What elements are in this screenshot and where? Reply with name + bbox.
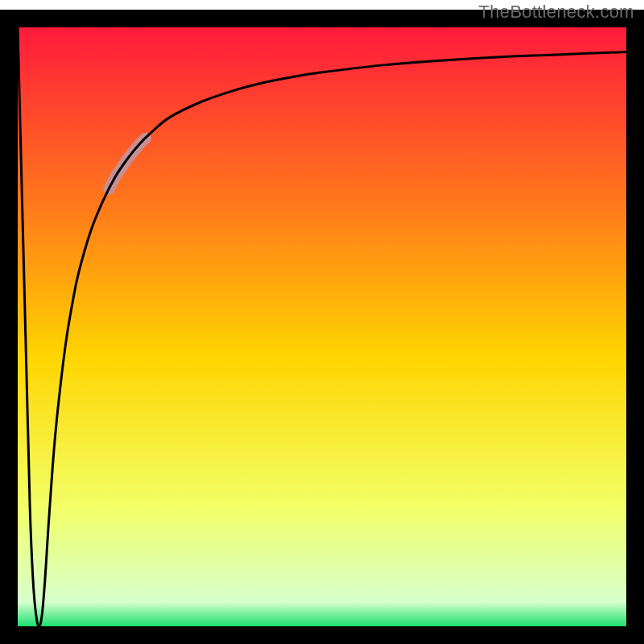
bottleneck-chart: [0, 0, 644, 644]
attribution-label: TheBottleneck.com: [479, 2, 634, 23]
chart-background: [18, 27, 626, 626]
chart-container: TheBottleneck.com: [0, 0, 644, 644]
